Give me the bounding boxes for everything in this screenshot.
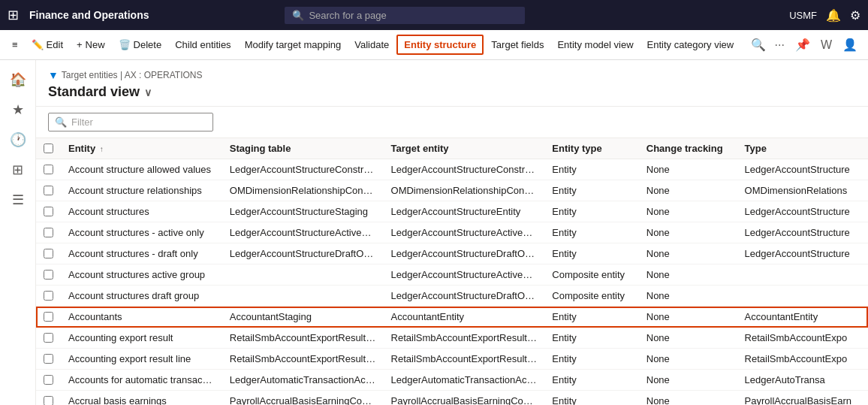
row-checkbox-cell[interactable] (36, 159, 61, 180)
cell-staging-table: RetailSmbAccountExportResultL... (222, 349, 384, 370)
page-area: 🏠 ★ 🕐 ⊞ ☰ ▼ Target entities | AX : OPERA… (0, 60, 868, 405)
row-checkbox-cell[interactable] (36, 370, 61, 391)
cell-entity: Account structures draft group (61, 286, 222, 307)
row-checkbox-cell[interactable] (36, 286, 61, 307)
grid-icon[interactable]: ⊞ (8, 7, 19, 23)
row-checkbox-cell[interactable] (36, 201, 61, 222)
chevron-down-icon[interactable]: ∨ (144, 86, 152, 98)
main-content: ▼ Target entities | AX : OPERATIONS Stan… (36, 60, 868, 405)
toolbar-search-icon[interactable]: 🔍 (748, 35, 769, 55)
cell-type: LedgerAutoTransa (737, 370, 868, 391)
notification-icon[interactable]: 🔔 (826, 8, 841, 23)
table-row[interactable]: Account structure relationships OMDimens… (36, 180, 868, 201)
cell-staging-table: LedgerAutomaticTransactionAcc... (222, 370, 384, 391)
cell-entity: Account structures - active only (61, 222, 222, 243)
page-title: Standard view ∨ (48, 84, 856, 100)
target-fields-button[interactable]: Target fields (485, 36, 550, 53)
col-staging-table[interactable]: Staging table (222, 138, 384, 159)
table-row[interactable]: Accountants AccountantStaging Accountant… (36, 307, 868, 328)
table-row[interactable]: Accrual basis earnings PayrollAccrualBas… (36, 391, 868, 406)
plus-icon: + (77, 39, 83, 50)
search-input[interactable] (309, 10, 517, 21)
col-entity-type[interactable]: Entity type (544, 138, 638, 159)
table-row[interactable]: Account structure allowed values LedgerA… (36, 159, 868, 180)
table-row[interactable]: Account structures - draft only LedgerAc… (36, 243, 868, 264)
row-checkbox[interactable] (44, 165, 53, 174)
col-target-entity[interactable]: Target entity (384, 138, 545, 159)
sidebar-list-icon[interactable]: ☰ (5, 186, 32, 213)
table-row[interactable]: Account structures active group LedgerAc… (36, 264, 868, 286)
row-checkbox-cell[interactable] (36, 264, 61, 286)
cell-entity: Account structures (61, 201, 222, 222)
toolbar-word-icon[interactable]: W (816, 35, 836, 55)
row-checkbox[interactable] (44, 375, 53, 385)
row-checkbox[interactable] (44, 249, 53, 258)
row-checkbox[interactable] (44, 291, 53, 301)
toolbar-more-button[interactable]: ··· (770, 35, 789, 55)
row-checkbox[interactable] (44, 312, 53, 322)
app-title: Finance and Operations (29, 9, 149, 21)
sidebar-home-icon[interactable]: 🏠 (5, 66, 32, 93)
row-checkbox-cell[interactable] (36, 391, 61, 406)
row-checkbox[interactable] (44, 186, 53, 195)
entity-model-view-button[interactable]: Entity model view (551, 36, 639, 53)
cell-type: RetailSmbAccountExpo (737, 349, 868, 370)
new-button[interactable]: + New (71, 36, 111, 53)
table-row[interactable]: Accounting export result line RetailSmbA… (36, 349, 868, 370)
cell-target-entity: LedgerAccountStructureDraftOn... (384, 286, 545, 307)
table-row[interactable]: Account structures - active only LedgerA… (36, 222, 868, 243)
cell-entity: Accounting export result (61, 328, 222, 349)
edit-button[interactable]: ✏️ Edit (26, 36, 69, 53)
child-entities-button[interactable]: Child entities (169, 36, 237, 53)
entity-structure-button[interactable]: Entity structure (396, 35, 484, 55)
cell-entity: Account structure relationships (61, 180, 222, 201)
top-search-box[interactable]: 🔍 (285, 7, 525, 24)
cell-target-entity: LedgerAccountStructureEntity (384, 201, 545, 222)
delete-button[interactable]: 🗑️ Delete (113, 36, 168, 53)
toolbar-person-icon[interactable]: 👤 (838, 35, 862, 55)
cell-staging-table (222, 286, 384, 307)
select-all-checkbox[interactable] (44, 144, 53, 153)
cell-target-entity: LedgerAccountStructureDraftOn... (384, 243, 545, 264)
table-row[interactable]: Accounting export result RetailSmbAccoun… (36, 328, 868, 349)
cell-target-entity: LedgerAccountStructureActiveO... (384, 264, 545, 286)
row-checkbox-cell[interactable] (36, 243, 61, 264)
row-checkbox-cell[interactable] (36, 328, 61, 349)
row-checkbox-cell[interactable] (36, 307, 61, 328)
row-checkbox-cell[interactable] (36, 180, 61, 201)
table-row[interactable]: Account structures LedgerAccountStructur… (36, 201, 868, 222)
row-checkbox-cell[interactable] (36, 222, 61, 243)
row-checkbox[interactable] (44, 396, 53, 405)
hamburger-button[interactable]: ≡ (6, 36, 24, 53)
row-checkbox[interactable] (44, 333, 53, 343)
row-checkbox[interactable] (44, 270, 53, 280)
modify-target-mapping-button[interactable]: Modify target mapping (239, 36, 348, 53)
cell-entity-type: Entity (544, 328, 638, 349)
row-checkbox-cell[interactable] (36, 349, 61, 370)
top-bar: ⊞ Finance and Operations 🔍 USMF 🔔 ⚙ (0, 0, 868, 30)
sidebar-star-icon[interactable]: ★ (5, 96, 32, 123)
col-entity[interactable]: Entity ↑ (61, 138, 222, 159)
entity-category-view-button[interactable]: Entity category view (641, 36, 740, 53)
toolbar-pin-icon[interactable]: 📌 (791, 35, 815, 55)
row-checkbox[interactable] (44, 354, 53, 364)
sidebar-clock-icon[interactable]: 🕐 (5, 126, 32, 153)
col-change-tracking[interactable]: Change tracking (639, 138, 737, 159)
filter-input-wrap[interactable]: 🔍 (48, 113, 213, 131)
row-checkbox[interactable] (44, 228, 53, 237)
cell-entity-type: Entity (544, 349, 638, 370)
row-checkbox[interactable] (44, 207, 53, 216)
sidebar-grid-icon[interactable]: ⊞ (5, 156, 32, 183)
cell-entity-type: Entity (544, 159, 638, 180)
validate-button[interactable]: Validate (348, 36, 395, 53)
delete-icon: 🗑️ (119, 39, 131, 50)
cell-staging-table: AccountantStaging (222, 307, 384, 328)
cell-target-entity: RetailSmbAccountExportResultE... (384, 328, 545, 349)
col-type[interactable]: Type (737, 138, 868, 159)
settings-icon[interactable]: ⚙ (850, 8, 860, 23)
table-row[interactable]: Account structures draft group LedgerAcc… (36, 286, 868, 307)
filter-input[interactable] (71, 116, 206, 128)
cell-target-entity: LedgerAutomaticTransactionAcc... (384, 370, 545, 391)
table-row[interactable]: Accounts for automatic transacti... Ledg… (36, 370, 868, 391)
search-icon: 🔍 (292, 10, 304, 21)
